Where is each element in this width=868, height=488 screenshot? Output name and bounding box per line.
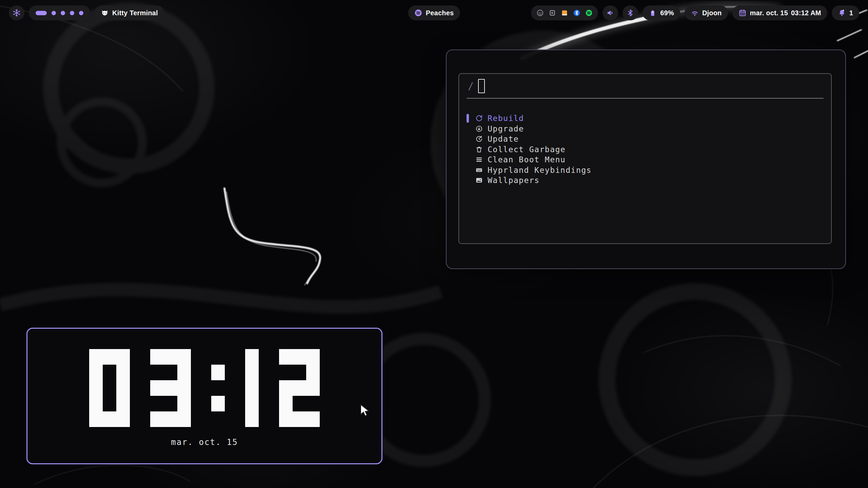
battery-icon <box>649 9 657 17</box>
clock-date: mar. oct. 15 <box>27 438 381 447</box>
media-title: Peaches <box>426 9 454 17</box>
workspace-2[interactable] <box>52 11 56 15</box>
bar-time: 03:12 AM <box>791 9 821 17</box>
launcher-item-list: RebuildUpgradeUpdateCollect GarbageClean… <box>459 113 831 186</box>
system-tray[interactable] <box>531 5 598 20</box>
top-bar-right: 69% Djoon mar. oct. 15 <box>531 5 859 20</box>
list-icon <box>475 156 483 163</box>
speaker-icon <box>606 9 614 17</box>
workspace-1[interactable] <box>36 11 47 15</box>
launcher-item-wallpapers[interactable]: Wallpapers <box>467 175 831 186</box>
workspace-3[interactable] <box>61 11 65 15</box>
clock-digit-3 <box>150 349 191 427</box>
launcher-item-hyprland-keybindings[interactable]: Hyprland Keybindings <box>467 165 831 176</box>
search-separator <box>467 98 824 99</box>
clock-digit-0 <box>89 349 130 427</box>
snowflake-icon <box>13 9 21 17</box>
clock-digit-colon <box>211 349 225 427</box>
bluetooth-pill[interactable] <box>623 5 638 20</box>
launcher-item-label: Collect Garbage <box>488 145 566 154</box>
selection-indicator <box>467 135 469 143</box>
battery-level: 69% <box>660 9 674 17</box>
bluetooth-badge-icon <box>573 9 580 17</box>
trash-icon <box>475 146 483 153</box>
cat-icon <box>101 9 109 17</box>
notification-count: 1 <box>849 9 853 17</box>
active-window-pill[interactable]: Kitty Terminal <box>95 5 164 20</box>
battery-pill[interactable]: 69% <box>643 5 680 20</box>
workspace-4[interactable] <box>70 11 74 15</box>
spotify-tray-icon <box>585 9 593 17</box>
launcher-item-rebuild[interactable]: Rebuild <box>467 113 831 124</box>
search-prompt: / <box>468 81 474 92</box>
clock-pill[interactable]: mar. oct. 15 03:12 AM <box>732 5 827 20</box>
selection-indicator <box>467 124 469 133</box>
clock-time <box>27 349 381 427</box>
launcher-item-collect-garbage[interactable]: Collect Garbage <box>467 144 831 155</box>
selection-indicator <box>467 166 469 175</box>
selection-indicator <box>467 145 469 154</box>
bell-icon <box>838 9 846 17</box>
workspaces-indicator[interactable] <box>29 5 90 20</box>
frame-app-icon <box>549 9 556 17</box>
top-bar: Kitty Terminal Peaches <box>0 0 868 26</box>
launcher-item-label: Upgrade <box>488 124 524 133</box>
launcher-item-update[interactable]: Update <box>467 134 831 144</box>
bar-date: mar. oct. 15 <box>750 9 788 17</box>
launcher-item-clean-boot-menu[interactable]: Clean Boot Menu <box>467 155 831 165</box>
network-pill[interactable]: Djoon <box>685 5 728 20</box>
clock-digit-1 <box>245 349 259 427</box>
launcher-window: / RebuildUpgradeUpdateCollect GarbageCle… <box>446 49 846 269</box>
launcher-panel: / RebuildUpgradeUpdateCollect GarbageCle… <box>458 73 832 244</box>
image-icon <box>475 177 483 184</box>
text-cursor <box>478 79 485 93</box>
active-window-title: Kitty Terminal <box>112 9 158 17</box>
wifi-icon <box>691 9 699 17</box>
launcher-item-label: Hyprland Keybindings <box>488 166 592 175</box>
search-input[interactable]: / <box>459 74 831 95</box>
refresh-icon <box>475 115 483 122</box>
orange-app-icon <box>561 9 568 17</box>
launcher-item-label: Rebuild <box>488 114 524 123</box>
selection-indicator <box>467 155 469 164</box>
history-clock-icon <box>475 135 483 143</box>
launcher-item-label: Wallpapers <box>488 176 539 185</box>
volume-pill[interactable] <box>603 5 618 20</box>
spotify-icon <box>414 9 422 17</box>
keyboard-icon <box>475 166 483 174</box>
arrow-down-circle-icon <box>475 125 483 133</box>
top-bar-left: Kitty Terminal <box>9 5 164 20</box>
clock-widget: mar. oct. 15 <box>26 328 382 464</box>
notifications-pill[interactable]: 1 <box>832 5 859 20</box>
selection-indicator <box>467 114 469 123</box>
mouse-cursor <box>360 404 372 417</box>
workspace-5[interactable] <box>79 11 83 15</box>
launcher-item-upgrade[interactable]: Upgrade <box>467 124 831 134</box>
camera-lens-icon <box>536 9 544 17</box>
selection-indicator <box>467 176 469 185</box>
bluetooth-icon <box>626 9 634 17</box>
wifi-name: Djoon <box>702 9 722 17</box>
calendar-icon <box>738 9 747 17</box>
media-pill[interactable]: Peaches <box>408 5 460 20</box>
clock-digit-2 <box>279 349 320 427</box>
launcher-button[interactable] <box>9 5 24 20</box>
launcher-item-label: Clean Boot Menu <box>488 155 566 164</box>
launcher-item-label: Update <box>488 135 519 143</box>
